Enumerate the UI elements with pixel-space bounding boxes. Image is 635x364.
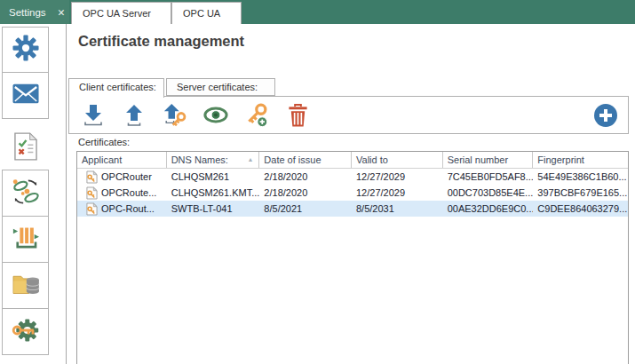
column-header-date-of-issue[interactable]: Date of issue [259, 152, 352, 168]
tab-opc-ua-label: OPC UA [183, 8, 220, 19]
column-header-serial-number[interactable]: Serial number [443, 152, 534, 168]
table-row-selected[interactable]: OPC-Rout... SWTB-LT-041 8/5/2021 8/5/203… [77, 201, 628, 217]
tab-settings-label: Settings [9, 7, 46, 18]
certificate-management-panel: Certificate management Client certificat… [67, 24, 635, 364]
create-key-icon[interactable] [244, 102, 269, 129]
import-certificate-icon[interactable] [81, 102, 106, 129]
sidebar-item-security[interactable] [2, 308, 49, 355]
sidebar-item-settings[interactable] [2, 27, 49, 73]
cell-applicant: OPCRouter [101, 171, 152, 182]
cell-serial: 00DC703D85E4E... [443, 187, 534, 198]
certificate-key-file-icon [86, 170, 98, 184]
sidebar-item-import-data[interactable] [2, 216, 49, 263]
cell-serial: 7C45EB0FD5AF8... [443, 171, 534, 182]
cell-dns: CLHQSM261.KMT.... [167, 187, 260, 198]
cell-dns: SWTB-LT-041 [167, 203, 260, 214]
certificate-key-file-icon [86, 202, 98, 216]
certificate-key-file-icon [86, 186, 98, 200]
certificates-label: Certificates: [78, 137, 130, 147]
tab-opc-ua-server-label: OPC UA Server [83, 8, 151, 19]
sort-ascending-icon: ▲ [247, 156, 253, 162]
cell-issued: 2/18/2020 [259, 187, 352, 198]
cell-serial: 00AE32DD6E9C0... [443, 203, 534, 214]
cell-valid-to: 12/27/2029 [352, 187, 443, 198]
envelope-icon [12, 83, 39, 107]
table-row[interactable]: OPCRoute... CLHQSM261.KMT.... 2/18/2020 … [77, 185, 628, 201]
cell-valid-to: 8/5/2031 [352, 203, 443, 214]
sidebar-item-transfer[interactable] [2, 170, 49, 217]
sidebar-item-certificates[interactable] [2, 129, 49, 168]
column-header-valid-to[interactable]: Valid to [352, 152, 443, 168]
sidebar-item-mail[interactable] [2, 72, 49, 119]
cell-applicant: OPC-Rout... [101, 203, 155, 214]
sidebar-item-storage[interactable] [2, 262, 49, 309]
cell-applicant: OPCRoute... [101, 187, 156, 198]
table-header: Applicant DNS Names: ▲ Date of issue Val… [77, 152, 628, 169]
close-icon[interactable]: ✕ [58, 7, 66, 18]
certificates-table: Applicant DNS Names: ▲ Date of issue Val… [76, 151, 629, 364]
gear-icon [12, 35, 39, 65]
cell-fingerprint: 54E49E386C1B60... [533, 171, 628, 182]
cell-issued: 8/5/2021 [259, 203, 352, 214]
tab-settings[interactable]: Settings ✕ [0, 0, 69, 24]
cell-dns: CLHQSM261 [167, 171, 260, 182]
certificate-toolbar [68, 96, 629, 134]
tab-opc-ua[interactable]: OPC UA [171, 2, 242, 24]
column-header-applicant[interactable]: Applicant [77, 152, 167, 168]
add-certificate-icon[interactable] [593, 103, 618, 128]
export-with-private-key-icon[interactable] [163, 102, 187, 129]
delete-certificate-icon[interactable] [285, 102, 310, 129]
table-row[interactable]: OPCRouter CLHQSM261 2/18/2020 12/27/2029… [77, 169, 628, 185]
gear-key-icon [12, 316, 40, 348]
sidebar [0, 24, 67, 364]
export-certificate-icon[interactable] [122, 102, 147, 129]
column-header-dns-names[interactable]: DNS Names: ▲ [167, 152, 260, 168]
folder-database-icon [12, 272, 40, 300]
cell-issued: 2/18/2020 [259, 171, 352, 182]
page-title: Certificate management [78, 33, 244, 50]
document-tab-bar: Settings ✕ OPC UA Server OPC UA [0, 0, 635, 24]
tab-server-certificates[interactable]: Server certificates: [166, 78, 275, 96]
column-header-fingerprint[interactable]: Fingerprint [533, 152, 628, 168]
cell-fingerprint: C9DEE864063279... [533, 203, 628, 214]
cell-fingerprint: 397BCBF679E165... [533, 187, 628, 198]
cell-valid-to: 12/27/2029 [352, 171, 443, 182]
certificate-document-icon [14, 132, 37, 164]
orange-bars-icon [12, 225, 39, 255]
sync-rings-icon [12, 178, 40, 210]
tab-opc-ua-server[interactable]: OPC UA Server [71, 2, 171, 24]
view-certificate-icon[interactable] [203, 102, 228, 129]
tab-client-certificates[interactable]: Client certificates: [68, 78, 164, 98]
